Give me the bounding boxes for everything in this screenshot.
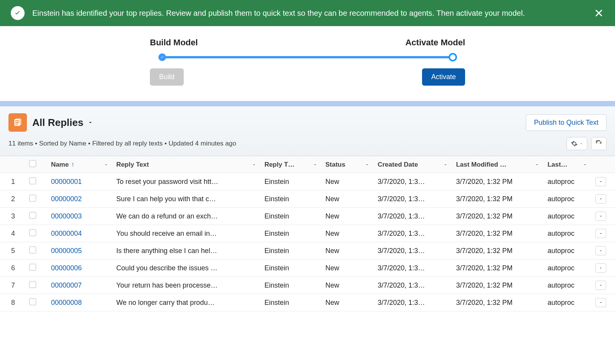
checkbox[interactable] [29, 281, 36, 288]
row-select[interactable] [26, 173, 48, 190]
col-reply-type[interactable]: Reply T… [261, 156, 322, 173]
list-meta-text: 11 items • Sorted by Name • Filtered by … [8, 140, 236, 147]
cell-reply-type: Einstein [261, 173, 322, 190]
row-select[interactable] [26, 208, 48, 225]
caret-down-icon [598, 214, 603, 218]
cell-status: New [322, 294, 375, 311]
cell-name[interactable]: 00000008 [48, 294, 113, 311]
cell-reply-text: We can do a refund or an exch… [113, 208, 261, 225]
cell-actions [592, 208, 615, 225]
column-menu-button[interactable] [441, 160, 450, 169]
cell-reply-type: Einstein [261, 190, 322, 208]
column-menu-button[interactable] [102, 160, 110, 169]
record-link[interactable]: 00000005 [51, 247, 82, 255]
cell-reply-type: Einstein [261, 208, 322, 225]
checkbox[interactable] [29, 298, 36, 305]
cell-name[interactable]: 00000001 [48, 173, 113, 190]
row-number: 2 [0, 190, 26, 208]
cell-actions [592, 294, 615, 311]
table-row: 3 00000003 We can do a refund or an exch… [0, 208, 615, 225]
column-menu-button[interactable] [250, 160, 258, 169]
col-created[interactable]: Created Date [374, 156, 453, 173]
cell-created: 3/7/2020, 1:3… [374, 190, 453, 208]
row-number: 5 [0, 242, 26, 260]
cell-status: New [322, 277, 375, 294]
record-link[interactable]: 00000003 [51, 212, 82, 220]
col-name-label: Name [51, 161, 69, 169]
col-reply-text-label: Reply Text [116, 161, 149, 169]
row-action-menu[interactable] [595, 263, 606, 273]
row-select[interactable] [26, 277, 48, 294]
publish-to-quick-text-button[interactable]: Publish to Quick Text [526, 114, 607, 131]
row-select[interactable] [26, 190, 48, 208]
row-select[interactable] [26, 294, 48, 311]
cell-name[interactable]: 00000003 [48, 208, 113, 225]
row-select[interactable] [26, 225, 48, 242]
checkbox[interactable] [29, 160, 36, 167]
row-action-menu[interactable] [595, 177, 606, 186]
row-select[interactable] [26, 242, 48, 260]
row-action-menu[interactable] [595, 246, 606, 255]
refresh-button[interactable] [591, 137, 607, 150]
cell-last: autoproc [544, 242, 592, 260]
column-menu-button[interactable] [311, 160, 319, 169]
checkbox[interactable] [29, 177, 36, 184]
row-action-menu[interactable] [595, 281, 606, 290]
cell-name[interactable]: 00000005 [48, 242, 113, 260]
row-select[interactable] [26, 260, 48, 277]
record-link[interactable]: 00000007 [51, 281, 82, 289]
row-action-menu[interactable] [595, 298, 606, 307]
column-menu-button[interactable] [363, 160, 371, 169]
cell-actions [592, 225, 615, 242]
column-menu-button[interactable] [581, 160, 589, 169]
cell-reply-text: Is there anything else I can hel… [113, 242, 261, 260]
cell-name[interactable]: 00000002 [48, 190, 113, 208]
table-header-row: Name ↑ Reply Text Reply T… Stat [0, 156, 615, 173]
cell-status: New [322, 260, 375, 277]
success-banner: Einstein has identified your top replies… [0, 0, 615, 26]
cell-last: autoproc [544, 277, 592, 294]
refresh-icon [595, 140, 602, 147]
cell-reply-text: To reset your password visit htt… [113, 173, 261, 190]
progress-section: Build Model Activate Model Build Activat… [0, 26, 615, 101]
col-select-all[interactable] [26, 156, 48, 173]
row-action-menu[interactable] [595, 229, 606, 238]
col-modified[interactable]: Last Modified … [453, 156, 544, 173]
col-reply-text[interactable]: Reply Text [113, 156, 261, 173]
list-settings-button[interactable] [567, 137, 587, 150]
record-link[interactable]: 00000002 [51, 195, 82, 203]
cell-actions [592, 260, 615, 277]
record-link[interactable]: 00000004 [51, 230, 82, 237]
close-icon[interactable] [593, 8, 604, 18]
checkbox[interactable] [29, 195, 36, 202]
col-last[interactable]: Last… [544, 156, 592, 173]
record-link[interactable]: 00000008 [51, 299, 82, 306]
cell-status: New [322, 190, 375, 208]
checkbox[interactable] [29, 247, 36, 253]
checkbox[interactable] [29, 264, 36, 271]
cell-modified: 3/7/2020, 1:32 PM [453, 173, 544, 190]
cell-name[interactable]: 00000006 [48, 260, 113, 277]
cell-created: 3/7/2020, 1:3… [374, 173, 453, 190]
checkbox[interactable] [29, 229, 36, 236]
row-action-menu[interactable] [595, 212, 606, 221]
cell-status: New [322, 225, 375, 242]
activate-button[interactable]: Activate [422, 68, 465, 86]
record-link[interactable]: 00000001 [51, 178, 82, 185]
row-action-menu[interactable] [595, 194, 606, 204]
progress-dot-current-icon [449, 53, 457, 61]
col-status[interactable]: Status [322, 156, 375, 173]
record-link[interactable]: 00000006 [51, 264, 82, 272]
caret-down-icon [598, 248, 603, 253]
col-name[interactable]: Name ↑ [48, 156, 113, 173]
list-object-icon [8, 113, 27, 132]
cell-created: 3/7/2020, 1:3… [374, 242, 453, 260]
cell-modified: 3/7/2020, 1:32 PM [453, 260, 544, 277]
sort-asc-icon: ↑ [71, 161, 75, 169]
col-actions [592, 156, 615, 173]
cell-name[interactable]: 00000004 [48, 225, 113, 242]
cell-name[interactable]: 00000007 [48, 277, 113, 294]
checkbox[interactable] [29, 212, 36, 219]
column-menu-button[interactable] [533, 160, 541, 169]
list-view-picker[interactable]: All Replies [32, 117, 93, 129]
